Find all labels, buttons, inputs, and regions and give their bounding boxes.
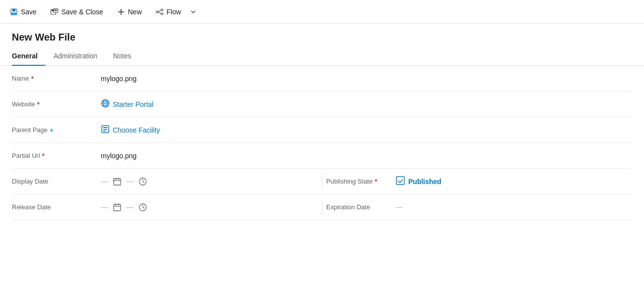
parent-page-label: Parent Page + (12, 126, 101, 134)
save-close-button[interactable]: Save & Close (44, 5, 109, 19)
release-date-date: --- (101, 203, 108, 211)
flow-icon (156, 8, 164, 16)
svg-rect-2 (11, 12, 16, 15)
parent-page-link[interactable]: Choose Facility (101, 125, 160, 135)
display-date-left: Display Date --- --- (12, 176, 318, 187)
display-date-row: Display Date --- --- (12, 169, 632, 194)
display-date-time: --- (127, 178, 133, 186)
website-row: Website * Starter Portal (12, 92, 632, 117)
release-date-label: Release Date (12, 203, 101, 211)
form-area: Name * mylogo.png Website * (0, 66, 644, 220)
website-value: Starter Portal (101, 99, 632, 109)
name-value: mylogo.png (101, 75, 632, 83)
save-close-icon (50, 8, 58, 16)
display-date-label: Display Date (12, 178, 101, 185)
partial-url-value: mylogo.png (101, 152, 632, 160)
parent-page-required: + (49, 126, 53, 134)
expiration-date-label: Expiration Date (326, 203, 395, 211)
flow-button[interactable]: Flow (150, 5, 187, 19)
publishing-state-icon (395, 176, 405, 187)
svg-rect-31 (396, 177, 404, 185)
expiration-date-value: --- (395, 203, 402, 211)
publishing-state-link[interactable]: Published (395, 176, 441, 187)
svg-point-9 (156, 11, 158, 13)
new-label: New (128, 8, 142, 16)
svg-rect-1 (12, 9, 15, 11)
save-close-label: Save & Close (61, 8, 103, 16)
row-separator-2 (322, 199, 322, 215)
partial-url-row: Partial Url * mylogo.png (12, 143, 632, 169)
website-link[interactable]: Starter Portal (101, 99, 153, 109)
svg-rect-20 (103, 127, 107, 128)
svg-rect-6 (55, 9, 57, 11)
publishing-state-label: Publishing State * (326, 178, 395, 186)
partial-url-label: Partial Url * (12, 152, 101, 160)
svg-line-29 (143, 182, 144, 183)
parent-page-row: Parent Page + Choose Facility (12, 117, 632, 143)
website-label: Website * (12, 100, 101, 108)
name-required: * (31, 75, 34, 83)
new-button[interactable]: New (111, 5, 148, 19)
page-header: New Web File (0, 24, 644, 47)
parent-page-value: Choose Facility (101, 125, 632, 135)
row-separator (322, 174, 322, 189)
svg-point-10 (161, 9, 163, 11)
tabs: General Administration Notes (0, 47, 644, 66)
page-title: New Web File (12, 32, 632, 43)
display-date-clock-button[interactable] (137, 176, 148, 187)
page-icon (101, 125, 110, 135)
save-button[interactable]: Save (4, 5, 43, 19)
release-date-calendar-button[interactable] (112, 202, 123, 213)
svg-rect-32 (114, 204, 121, 211)
flow-dropdown-button[interactable] (189, 8, 198, 15)
publishing-state-required: * (375, 178, 377, 186)
partial-url-required: * (42, 152, 44, 160)
svg-line-38 (143, 207, 144, 208)
svg-line-13 (158, 12, 161, 13)
svg-rect-30 (396, 177, 404, 185)
svg-line-12 (158, 10, 161, 11)
save-label: Save (21, 8, 37, 16)
release-date-clock-button[interactable] (137, 202, 148, 213)
name-row: Name * mylogo.png (12, 66, 632, 92)
flow-label: Flow (167, 8, 181, 16)
tab-general[interactable]: General (12, 47, 45, 66)
svg-rect-21 (103, 129, 107, 130)
display-date-date: --- (101, 178, 108, 186)
toolbar: Save Save & Close New (0, 0, 644, 24)
display-date-inputs: --- --- (101, 176, 318, 187)
release-date-inputs: --- --- (101, 202, 318, 213)
name-label: Name * (12, 75, 101, 83)
svg-rect-22 (103, 131, 106, 132)
save-icon (10, 8, 18, 16)
plus-icon (117, 8, 125, 16)
svg-rect-23 (114, 179, 121, 185)
release-date-row: Release Date --- --- (12, 194, 632, 220)
website-required: * (37, 100, 40, 108)
tab-notes[interactable]: Notes (105, 47, 139, 66)
expiration-date-right: Expiration Date --- (326, 203, 632, 211)
release-date-time: --- (127, 203, 133, 211)
globe-icon (101, 99, 110, 109)
display-date-calendar-button[interactable] (112, 176, 123, 187)
svg-point-11 (161, 13, 163, 15)
publishing-state-right: Publishing State * Published (326, 176, 632, 187)
release-date-left: Release Date --- --- (12, 202, 318, 213)
tab-administration[interactable]: Administration (45, 47, 105, 66)
